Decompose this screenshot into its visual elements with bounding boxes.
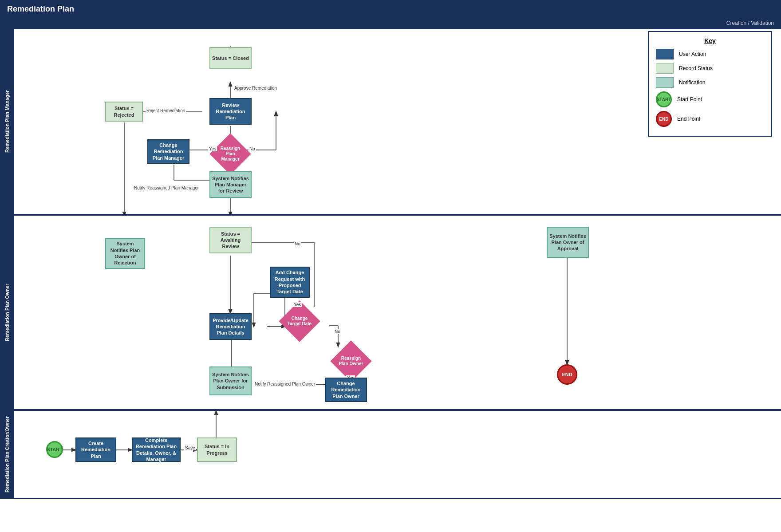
system-notifies-rejection-box: System Notifies Plan Owner of Rejection	[105, 238, 145, 269]
notify-reassigned-owner-label: Notify Reassigned Plan Owner	[254, 382, 316, 386]
legend-item-start: START Start Point	[656, 91, 764, 107]
pm-diamond-no-label: No	[248, 146, 256, 151]
creator-arrows	[14, 411, 781, 498]
change-pm-box: Change Remediation Plan Manager	[147, 139, 189, 164]
lane-creator-label: Remediation Plan Creator/Owner	[0, 411, 14, 498]
ctd-no-label: No	[294, 241, 301, 246]
legend-swatch-status	[656, 63, 674, 74]
save-label: Save	[184, 445, 196, 450]
legend-start-circle: START	[656, 91, 672, 107]
provide-update-box: Provide/Update Remediation Plan Details	[209, 313, 252, 340]
ro-no-label: No	[334, 329, 341, 334]
reassign-pm-diamond: Reassign Plan Manager	[209, 133, 251, 174]
status-closed-box: Status = Closed	[209, 47, 252, 69]
lane-creator: Remediation Plan Creator/Owner	[0, 410, 781, 499]
system-notifies-pm-box: System Notifies Plan Manager for Review	[209, 171, 252, 198]
ctd-yes-label: Yes	[293, 302, 302, 307]
start-circle: START	[46, 441, 63, 458]
legend-label-end: End Point	[677, 116, 700, 122]
review-plan-box: Review Remediation Plan	[209, 98, 252, 125]
legend-title: Key	[656, 37, 764, 44]
change-rem-owner-box: Change Remediation Plan Owner	[325, 378, 367, 402]
system-notifies-submission-box: System Notifies Plan Owner for Submissio…	[209, 366, 252, 395]
page-container: Remediation Plan Creation / Validation R…	[0, 0, 781, 532]
lane-creator-content: START Create Remediation Plan Complete R…	[14, 411, 781, 498]
status-in-progress-box: Status = In Progress	[197, 437, 237, 462]
legend-label-notification: Notification	[679, 79, 705, 86]
legend-label-status: Record Status	[679, 65, 713, 71]
subtitle-bar: Creation / Validation	[0, 18, 781, 28]
lane-owner-label: Remediation Plan Owner	[0, 216, 14, 409]
diagram-area: Remediation Plan Manager	[0, 28, 781, 532]
lane-owner-content: System Notifies Plan Owner of Rejection …	[14, 216, 781, 409]
reject-label: Reject Remediation	[146, 108, 186, 113]
notify-reassigned-pm-label: Notify Reassigned Plan Manager	[133, 185, 200, 190]
add-change-request-box: Add Change Request with Proposed Target …	[270, 267, 310, 298]
subtitle: Creation / Validation	[726, 20, 774, 26]
legend-end-circle: END	[656, 111, 672, 127]
legend-item-end: END End Point	[656, 111, 764, 127]
legend-label-action: User Action	[679, 51, 706, 57]
legend-swatch-action	[656, 49, 674, 59]
legend-item-status: Record Status	[656, 63, 764, 74]
complete-plan-box: Complete Remediation Plan Details, Owner…	[132, 437, 181, 462]
approve-label: Approve Remediation	[233, 86, 278, 91]
page-title: Remediation Plan	[7, 4, 74, 14]
legend-label-start: Start Point	[677, 96, 702, 102]
legend-item-action: User Action	[656, 49, 764, 59]
legend-box: Key User Action Record Status Notificati…	[648, 31, 772, 137]
legend-swatch-notification	[656, 77, 674, 88]
lane-manager-label: Remediation Plan Manager	[0, 29, 14, 214]
pm-diamond-yes-label: Yes	[208, 146, 217, 151]
title-bar: Remediation Plan	[0, 0, 781, 18]
create-plan-box: Create Remediation Plan	[75, 437, 116, 462]
status-awaiting-box: Status = Awaiting Review	[209, 227, 252, 253]
lane-owner: Remediation Plan Owner	[0, 215, 781, 410]
end-circle: END	[557, 364, 577, 385]
system-notifies-approval-box: System Notifies Plan Owner of Approval	[547, 227, 589, 258]
status-rejected-box: Status = Rejected	[105, 102, 143, 122]
legend-item-notification: Notification	[656, 77, 764, 88]
